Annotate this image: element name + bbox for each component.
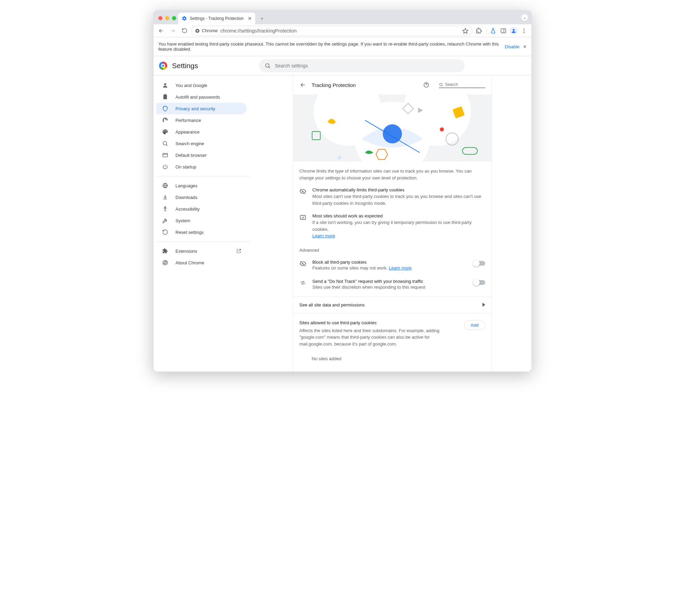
profile-avatar[interactable]: [509, 26, 518, 36]
info-bar-disable-link[interactable]: Disable: [505, 44, 519, 49]
see-all-link[interactable]: See all site data and permissions: [293, 297, 491, 313]
sidebar-item-search-engine[interactable]: Search engine: [156, 138, 247, 149]
minimize-window-button[interactable]: [165, 16, 169, 20]
forward-button[interactable]: [168, 26, 178, 36]
power-icon: [162, 164, 169, 170]
search-icon: [265, 63, 271, 69]
kebab-menu-icon[interactable]: [519, 26, 529, 36]
sidebar-item-default-browser[interactable]: Default browser: [156, 149, 247, 161]
sidebar-item-privacy[interactable]: Privacy and security: [156, 103, 247, 114]
sidebar-item-on-startup[interactable]: On startup: [156, 161, 247, 173]
svg-point-1: [197, 30, 198, 32]
add-site-button[interactable]: Add: [464, 320, 485, 330]
no-sites-label: No sites added: [299, 347, 485, 361]
row-title: Send a "Do Not Track" request with your …: [313, 279, 467, 284]
svg-point-7: [524, 30, 525, 31]
sidebar-item-label: Reset settings: [175, 230, 204, 235]
sidebar-item-about[interactable]: About Chrome: [156, 257, 247, 268]
feature-desc: Most sites can't use third-party cookies…: [313, 193, 485, 206]
external-link-icon: [236, 249, 241, 253]
panel-title: Tracking Protection: [312, 82, 356, 88]
sidebar-item-label: You and Google: [175, 83, 207, 88]
search-icon: [162, 140, 169, 147]
sidebar-item-accessibility[interactable]: Accessibility: [156, 203, 247, 215]
sidebar-item-label: Privacy and security: [175, 106, 215, 111]
labs-flask-icon[interactable]: [488, 26, 498, 36]
close-window-button[interactable]: [158, 16, 162, 20]
sidebar-item-autofill[interactable]: Autofill and passwords: [156, 91, 247, 103]
chevron-right-icon: [482, 303, 485, 307]
sites-title: Sites allowed to use third-party cookies: [299, 320, 459, 325]
svg-line-10: [269, 67, 270, 68]
feature-title: Most sites should work as expected: [313, 213, 485, 218]
sidebar-item-extensions[interactable]: Extensions: [156, 245, 247, 257]
sidebar-divider: [156, 241, 250, 242]
extensions-puzzle-icon[interactable]: [474, 26, 484, 36]
main: Tracking Protection: [253, 75, 531, 372]
feature-title: Chrome automatically limits third-party …: [313, 187, 485, 192]
row-title: Block all third-party cookies: [313, 260, 467, 265]
sidebar-item-you-and-google[interactable]: You and Google: [156, 79, 247, 91]
clipboard-icon: [162, 94, 169, 100]
sidebar-item-system[interactable]: System: [156, 215, 247, 226]
advanced-label: Advanced: [293, 241, 491, 255]
hero-illustration: [293, 95, 491, 162]
block-all-toggle[interactable]: [474, 261, 485, 266]
info-bar-close-button[interactable]: ✕: [523, 44, 527, 49]
sidebar-item-languages[interactable]: Languages: [156, 180, 247, 191]
back-button[interactable]: [156, 26, 166, 36]
tab-overflow-button[interactable]: ⌄: [521, 14, 528, 21]
sidebar-item-appearance[interactable]: Appearance: [156, 126, 247, 138]
row-block-all: Block all third-party cookies Features o…: [293, 255, 491, 275]
gear-icon: [182, 16, 187, 21]
sidebar-item-performance[interactable]: Performance: [156, 114, 247, 126]
learn-more-link[interactable]: Learn more: [313, 233, 335, 238]
toolbar-right: [474, 26, 529, 36]
settings-search-input[interactable]: [275, 63, 459, 68]
sidebar-item-reset[interactable]: Reset settings: [156, 226, 247, 238]
feature-desc-text: If a site isn't working, you can try giv…: [313, 220, 472, 232]
feature-cookies: Chrome automatically limits third-party …: [293, 184, 491, 209]
learn-more-link[interactable]: Learn more: [389, 265, 412, 271]
panel-search-input[interactable]: [445, 82, 485, 87]
panel-back-button[interactable]: [299, 81, 306, 88]
person-icon: [510, 27, 518, 35]
download-icon: [162, 194, 169, 200]
side-panel-icon[interactable]: [499, 26, 508, 36]
eye-off-icon: [299, 187, 306, 206]
sidebar-item-label: Autofill and passwords: [175, 95, 220, 100]
svg-point-8: [524, 32, 525, 33]
help-icon[interactable]: [423, 82, 429, 88]
panel-search[interactable]: [439, 82, 485, 88]
site-info-chip[interactable]: Chrome: [195, 28, 218, 33]
close-tab-button[interactable]: ✕: [248, 16, 252, 21]
svg-rect-14: [163, 153, 168, 157]
reset-icon: [162, 229, 169, 235]
brand: Settings: [159, 62, 198, 70]
dnt-toggle[interactable]: [474, 280, 485, 285]
row-desc: Sites use their discretion when respondi…: [313, 285, 467, 290]
chrome-logo-icon: [159, 62, 167, 70]
browser-icon: [162, 152, 169, 158]
bookmark-star-icon[interactable]: [462, 28, 468, 34]
svg-point-17: [165, 206, 166, 208]
settings-search[interactable]: [259, 59, 465, 72]
toolbar-divider: [486, 28, 486, 34]
row-desc: Features on some sites may not work. Lea…: [313, 265, 467, 271]
address-bar[interactable]: Chrome chrome://settings/trackingProtect…: [191, 26, 472, 36]
reload-button[interactable]: [180, 26, 189, 36]
new-tab-button[interactable]: ＋: [257, 14, 267, 23]
svg-rect-29: [312, 131, 320, 140]
settings-panel: Tracking Protection: [293, 75, 492, 372]
eye-off-icon: [299, 260, 306, 267]
sidebar-item-label: Languages: [175, 183, 197, 188]
svg-point-6: [524, 28, 525, 29]
maximize-window-button[interactable]: [172, 16, 176, 20]
window-controls: [156, 16, 178, 24]
svg-line-13: [166, 144, 167, 146]
browser-tab[interactable]: Settings - Tracking Protection ✕: [178, 13, 255, 24]
sidebar-item-label: Downloads: [175, 195, 197, 200]
svg-point-5: [513, 29, 514, 30]
sidebar-item-downloads[interactable]: Downloads: [156, 191, 247, 203]
accessibility-icon: [162, 206, 169, 212]
